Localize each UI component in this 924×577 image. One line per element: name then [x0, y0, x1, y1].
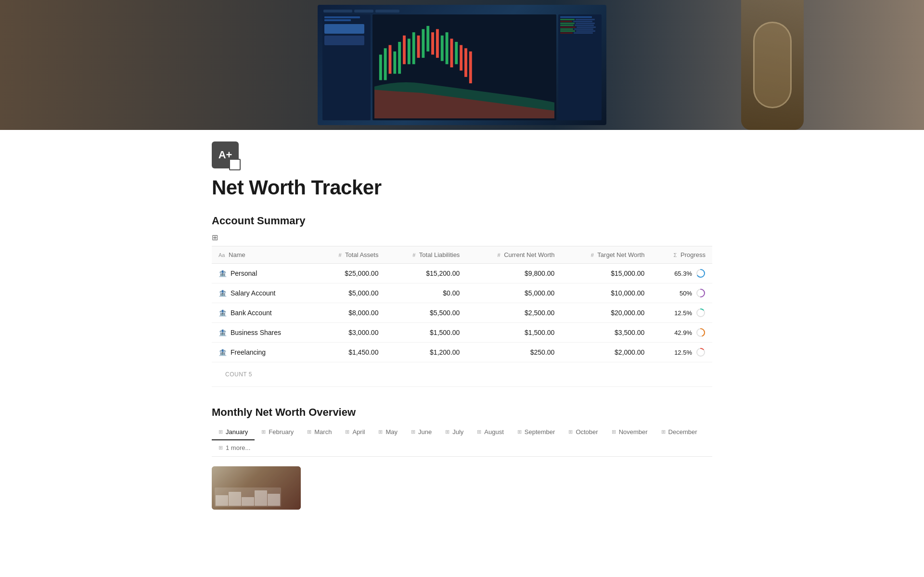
table-row[interactable]: 🏦Freelancing$1,450.00$1,200.00$250.00$2,…	[212, 343, 712, 362]
row-current-net-worth: $250.00	[466, 343, 561, 362]
row-current-net-worth: $2,500.00	[466, 303, 561, 323]
hero-banner	[0, 0, 924, 130]
svg-rect-12	[436, 29, 439, 58]
row-total-assets: $1,450.00	[314, 343, 385, 362]
thumbnail-area	[212, 466, 712, 510]
svg-rect-1	[384, 48, 387, 80]
table-row[interactable]: 🏦Personal$25,000.00$15,200.00$9,800.00$1…	[212, 264, 712, 283]
row-total-liabilities: $0.00	[385, 283, 466, 303]
monthly-overview-title: Monthly Net Worth Overview	[212, 406, 712, 419]
tab-october[interactable]: ⊞October	[562, 424, 604, 440]
row-progress: 12.5%	[651, 343, 712, 362]
tab-july[interactable]: ⊞July	[438, 424, 470, 440]
svg-rect-19	[469, 51, 472, 83]
hero-screen	[318, 5, 606, 125]
row-current-net-worth: $1,500.00	[466, 323, 561, 343]
svg-rect-0	[379, 55, 382, 80]
row-name-business-shares: 🏦Business Shares	[212, 323, 314, 343]
tab-march[interactable]: ⊞March	[300, 424, 338, 440]
row-name-bank-account: 🏦Bank Account	[212, 303, 314, 323]
row-total-liabilities: $1,500.00	[385, 323, 466, 343]
row-total-assets: $25,000.00	[314, 264, 385, 283]
tab-september[interactable]: ⊞September	[511, 424, 562, 440]
table-icon: ⊞	[212, 233, 712, 242]
row-current-net-worth: $9,800.00	[466, 264, 561, 283]
row-target-net-worth: $15,000.00	[561, 264, 651, 283]
svg-rect-16	[455, 42, 458, 64]
row-total-liabilities: $15,200.00	[385, 264, 466, 283]
january-thumbnail[interactable]	[212, 466, 301, 510]
row-target-net-worth: $20,000.00	[561, 303, 651, 323]
tab-april[interactable]: ⊞April	[338, 424, 372, 440]
row-progress: 12.5%	[651, 303, 712, 323]
row-name-salary-account: 🏦Salary Account	[212, 283, 314, 303]
table-count: COUNT 5	[218, 367, 706, 382]
svg-rect-5	[403, 36, 406, 64]
account-table: Aa Name# Total Assets# Total Liabilities…	[212, 246, 712, 387]
svg-rect-4	[398, 42, 401, 74]
row-progress: 50%	[651, 283, 712, 303]
page-icon: A+	[212, 141, 239, 168]
svg-rect-14	[446, 32, 449, 64]
svg-rect-6	[408, 38, 411, 64]
col-header-progress: Σ Progress	[651, 246, 712, 264]
svg-rect-7	[412, 32, 415, 64]
table-row[interactable]: 🏦Business Shares$3,000.00$1,500.00$1,500…	[212, 323, 712, 343]
tab-february[interactable]: ⊞February	[255, 424, 300, 440]
monthly-overview-section: Monthly Net Worth Overview ⊞January⊞Febr…	[212, 406, 712, 510]
row-total-liabilities: $5,500.00	[385, 303, 466, 323]
svg-rect-10	[426, 26, 429, 51]
tab-may[interactable]: ⊞May	[372, 424, 404, 440]
svg-rect-11	[431, 32, 434, 54]
month-tabs: ⊞January⊞February⊞March⊞April⊞May⊞June⊞J…	[212, 424, 712, 457]
row-progress: 65.3%	[651, 264, 712, 283]
svg-rect-15	[450, 38, 453, 67]
row-total-assets: $3,000.00	[314, 323, 385, 343]
col-header-current-net-worth: # Current Net Worth	[466, 246, 561, 264]
row-target-net-worth: $3,500.00	[561, 323, 651, 343]
row-name-personal: 🏦Personal	[212, 264, 314, 283]
tab-august[interactable]: ⊞August	[470, 424, 510, 440]
row-target-net-worth: $10,000.00	[561, 283, 651, 303]
row-progress: 42.9%	[651, 323, 712, 343]
col-header-target-net-worth: # Target Net Worth	[561, 246, 651, 264]
svg-rect-3	[393, 51, 396, 74]
svg-rect-8	[417, 36, 420, 58]
tab-1-more---[interactable]: ⊞1 more...	[212, 440, 257, 456]
tab-january[interactable]: ⊞January	[212, 424, 255, 440]
row-total-assets: $8,000.00	[314, 303, 385, 323]
svg-rect-18	[464, 48, 467, 77]
row-total-liabilities: $1,200.00	[385, 343, 466, 362]
table-row[interactable]: 🏦Bank Account$8,000.00$5,500.00$2,500.00…	[212, 303, 712, 323]
tab-december[interactable]: ⊞December	[654, 424, 704, 440]
tab-june[interactable]: ⊞June	[404, 424, 438, 440]
col-header-total-assets: # Total Assets	[314, 246, 385, 264]
svg-rect-13	[441, 36, 444, 61]
account-summary-section: Account Summary ⊞ Aa Name# Total Assets#…	[212, 215, 712, 387]
col-header-name: Aa Name	[212, 246, 314, 264]
tab-november[interactable]: ⊞November	[605, 424, 654, 440]
row-name-freelancing: 🏦Freelancing	[212, 343, 314, 362]
row-current-net-worth: $5,000.00	[466, 283, 561, 303]
svg-rect-17	[460, 45, 462, 71]
col-header-total-liabilities: # Total Liabilities	[385, 246, 466, 264]
table-row[interactable]: 🏦Salary Account$5,000.00$0.00$5,000.00$1…	[212, 283, 712, 303]
row-target-net-worth: $2,000.00	[561, 343, 651, 362]
page-title: Net Worth Tracker	[212, 176, 712, 199]
svg-rect-9	[422, 29, 424, 58]
row-total-assets: $5,000.00	[314, 283, 385, 303]
account-summary-title: Account Summary	[212, 215, 712, 227]
svg-rect-2	[389, 45, 392, 74]
